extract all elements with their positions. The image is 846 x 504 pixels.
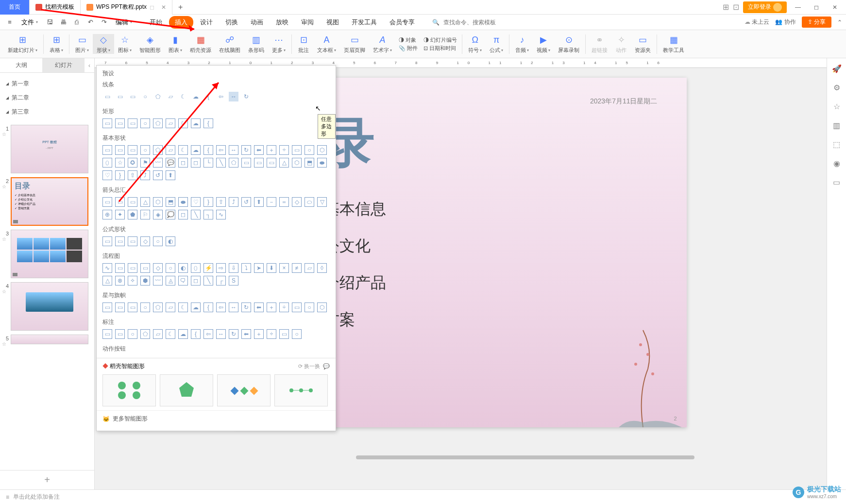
ribbon-table[interactable]: ⊞表格▾ bbox=[46, 34, 67, 54]
menu-tab-transition[interactable]: 切换 bbox=[220, 16, 244, 29]
shape-option[interactable]: ↻ bbox=[241, 145, 251, 155]
shape-option[interactable]: ⬠ bbox=[229, 158, 238, 168]
ribbon-more[interactable]: ⋯更多▾ bbox=[268, 34, 289, 54]
shape-option[interactable]: ╲ bbox=[191, 210, 201, 219]
cloud-status[interactable]: ☁ 未上云 bbox=[744, 18, 769, 26]
ribbon-slide-number[interactable]: ◑ 幻灯片编号 bbox=[423, 36, 457, 44]
shape-option[interactable]: ◈ bbox=[153, 210, 163, 219]
star-icon[interactable]: ☆ bbox=[2, 132, 9, 137]
menu-tab-devtools[interactable]: 开发工具 bbox=[346, 16, 383, 29]
menu-tab-review[interactable]: 审阅 bbox=[295, 16, 320, 29]
chapter-item[interactable]: ◢第二章 bbox=[4, 91, 90, 105]
shape-option[interactable]: ○ bbox=[166, 263, 175, 273]
ribbon-mindmap[interactable]: ☍在线脑图 bbox=[215, 34, 244, 54]
shape-option[interactable]: △ bbox=[102, 276, 112, 286]
shape-option[interactable]: ∿ bbox=[102, 263, 112, 273]
shape-option[interactable]: ⬒ bbox=[305, 158, 314, 168]
settings-icon[interactable]: ⚙ bbox=[833, 83, 840, 92]
slide-thumbnail-1[interactable]: PPT 教程 - PPT bbox=[11, 125, 88, 173]
shape-option[interactable]: ▭ bbox=[102, 92, 112, 101]
shape-option[interactable]: ↔ bbox=[229, 92, 238, 101]
shape-option[interactable]: ▭ bbox=[102, 197, 112, 207]
shape-option[interactable]: ⬆ bbox=[254, 197, 264, 207]
shape-option[interactable]: 🗨 bbox=[178, 276, 188, 286]
login-button[interactable]: 立即登录 bbox=[743, 1, 787, 13]
star-icon[interactable]: ☆ bbox=[2, 341, 9, 347]
shape-option[interactable]: ⇦ bbox=[216, 302, 226, 312]
location-icon[interactable]: ◉ bbox=[833, 159, 840, 168]
shape-option[interactable]: ÷ bbox=[279, 145, 289, 155]
shape-option[interactable]: ▭ bbox=[102, 329, 112, 339]
shape-option[interactable]: ▭ bbox=[128, 236, 137, 246]
shape-option[interactable]: ➤ bbox=[254, 263, 264, 273]
ribbon-header-footer[interactable]: ▭页眉页脚 bbox=[340, 34, 369, 54]
menu-tab-vip[interactable]: 会员专享 bbox=[384, 16, 421, 29]
shape-option[interactable]: ▭ bbox=[102, 118, 112, 128]
slide-thumbnail-3[interactable] bbox=[11, 230, 88, 278]
ribbon-equation[interactable]: π公式▾ bbox=[486, 34, 507, 54]
shape-option[interactable]: － bbox=[267, 197, 276, 207]
ribbon-attachment[interactable]: 📎 附件 bbox=[399, 45, 418, 52]
shape-option[interactable]: ÷ bbox=[267, 329, 276, 339]
shape-option[interactable]: ◐ bbox=[178, 263, 188, 273]
shape-option[interactable]: ▭ bbox=[254, 158, 264, 168]
shape-option[interactable]: ◻ bbox=[191, 276, 201, 286]
shape-option[interactable]: ↺ bbox=[241, 197, 251, 207]
shape-option[interactable]: ⤴ bbox=[229, 197, 238, 207]
maximize-button[interactable]: ◻ bbox=[809, 0, 824, 15]
shape-option[interactable]: ▭ bbox=[128, 302, 137, 312]
ribbon-new-slide[interactable]: ⊞新建幻灯片▾ bbox=[4, 34, 41, 54]
shape-option[interactable]: ▽ bbox=[317, 197, 327, 207]
shape-option[interactable]: ⬢ bbox=[140, 276, 150, 286]
slide-thumbnail-5[interactable] bbox=[11, 335, 88, 344]
shape-option[interactable]: ⬯ bbox=[191, 263, 201, 273]
shape-option[interactable]: ▱ bbox=[153, 329, 163, 339]
ribbon-docer[interactable]: ▦稻壳资源 bbox=[186, 34, 215, 54]
shape-option[interactable]: ↻ bbox=[241, 302, 251, 312]
shape-option[interactable]: ╲ bbox=[203, 276, 213, 286]
shape-option[interactable]: ⬠ bbox=[153, 302, 163, 312]
outline-tab-outline[interactable]: 大纲 bbox=[0, 58, 42, 72]
ribbon-audio[interactable]: ♪音频▾ bbox=[511, 34, 533, 54]
smart-shape-thumb[interactable] bbox=[217, 374, 271, 406]
shape-option[interactable]: ↻ bbox=[241, 92, 251, 101]
shape-option[interactable]: ⬬ bbox=[317, 158, 327, 168]
shape-option[interactable]: ☁ bbox=[178, 329, 188, 339]
shape-option[interactable]: ≠ bbox=[292, 263, 302, 273]
shape-option[interactable]: △ bbox=[279, 158, 289, 168]
ribbon-textbox[interactable]: A文本框▾ bbox=[313, 34, 340, 54]
shape-option[interactable]: ▱ bbox=[166, 302, 175, 312]
shape-option[interactable]: ▭ bbox=[241, 158, 251, 168]
minimize-button[interactable]: — bbox=[791, 0, 805, 15]
ribbon-barcode[interactable]: ▥条形码 bbox=[244, 34, 268, 54]
shape-option[interactable]: ✦ bbox=[115, 210, 125, 219]
outline-tab-slides[interactable]: 幻灯片 bbox=[42, 58, 85, 72]
shape-option[interactable]: ◊ bbox=[317, 263, 327, 273]
shape-option[interactable]: ⬡ bbox=[317, 302, 327, 312]
shape-option[interactable]: ◻ bbox=[178, 210, 188, 219]
ribbon-wordart[interactable]: A艺术字▾ bbox=[369, 34, 396, 54]
shape-option[interactable]: ⊗ bbox=[115, 276, 125, 286]
shape-option[interactable]: ⬅ bbox=[241, 329, 251, 339]
shape-option[interactable]: ⬅ bbox=[254, 302, 264, 312]
slide-thumbnail-2[interactable]: 目录 ✓ 介绍基本信息 ✓ 介绍公文化 ✓ 详细介绍产品 ✓ 营销方案 bbox=[11, 177, 88, 226]
shape-option[interactable]: ▭ bbox=[115, 329, 125, 339]
ribbon-datetime[interactable]: ⊡ 日期和时间 bbox=[423, 45, 457, 52]
shape-option[interactable]: ⚡ bbox=[203, 263, 213, 273]
collab-button[interactable]: 👥 协作 bbox=[775, 18, 795, 26]
shape-option[interactable]: ⇩ bbox=[229, 263, 238, 273]
shape-option[interactable]: ⇦ bbox=[203, 329, 213, 339]
shape-option[interactable]: ◇ bbox=[153, 263, 163, 273]
file-menu[interactable]: 文件▾ bbox=[17, 18, 42, 27]
shape-option[interactable]: ○ bbox=[153, 236, 163, 246]
shape-option[interactable]: ⬅ bbox=[254, 145, 264, 155]
shape-option[interactable]: ◐ bbox=[166, 236, 175, 246]
slide-thumbnail-4[interactable] bbox=[11, 282, 88, 331]
ribbon-shapes[interactable]: ◇形状▾ bbox=[93, 34, 114, 54]
shape-option[interactable]: ▭ bbox=[115, 236, 125, 246]
ribbon-video[interactable]: ▶视频▾ bbox=[533, 34, 554, 54]
collapse-ribbon-icon[interactable]: ⌃ bbox=[837, 19, 842, 26]
shape-option[interactable]: ▭ bbox=[267, 158, 276, 168]
shape-option[interactable]: ▭ bbox=[128, 263, 137, 273]
shape-option[interactable]: S bbox=[229, 276, 238, 286]
